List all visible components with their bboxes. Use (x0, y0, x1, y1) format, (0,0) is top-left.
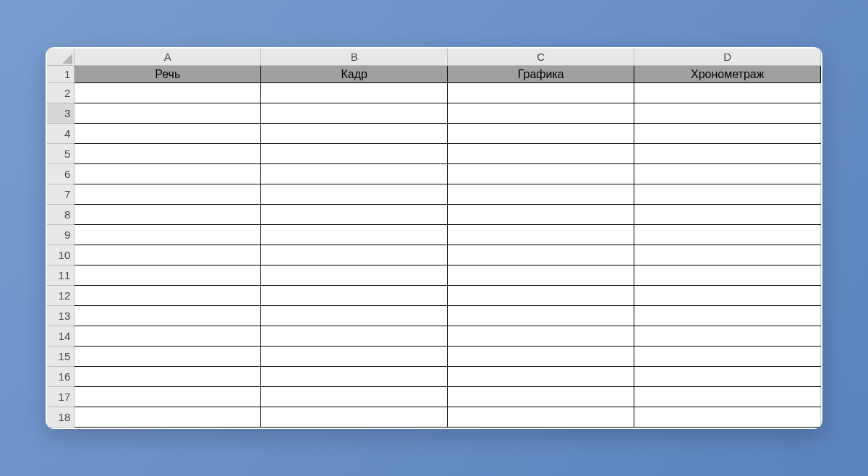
cell-D6[interactable] (634, 164, 821, 184)
cell-C5[interactable] (448, 144, 634, 164)
cell-D10[interactable] (634, 245, 821, 265)
cell-D4[interactable] (634, 124, 821, 144)
cell-C1[interactable]: Графика (448, 66, 634, 83)
cell-A4[interactable] (75, 124, 261, 144)
cell-C9[interactable] (448, 225, 634, 245)
row-header-5[interactable]: 5 (47, 144, 75, 164)
cell-B14[interactable] (261, 326, 448, 347)
cell-B16[interactable] (261, 367, 448, 387)
cell-A12[interactable] (75, 286, 261, 306)
cell-A3[interactable] (75, 103, 261, 124)
cell-B9[interactable] (261, 225, 448, 245)
row-header-9[interactable]: 9 (47, 225, 75, 245)
cell-C18[interactable] (448, 407, 634, 428)
cell-D1[interactable]: Хронометраж (634, 66, 821, 83)
cell-A8[interactable] (75, 205, 261, 225)
cell-A2[interactable] (75, 83, 261, 103)
cell-A6[interactable] (75, 164, 261, 184)
cell-A15[interactable] (75, 347, 261, 367)
cell-B15[interactable] (261, 347, 448, 367)
row-header-6[interactable]: 6 (47, 164, 75, 184)
cell-B10[interactable] (261, 245, 448, 265)
select-all-corner[interactable] (47, 48, 75, 66)
cell-C6[interactable] (448, 164, 634, 184)
row-header-12[interactable]: 12 (47, 286, 75, 306)
cell-C4[interactable] (448, 124, 634, 144)
cell-D9[interactable] (634, 225, 821, 245)
cell-D13[interactable] (634, 306, 821, 326)
row-header-16[interactable]: 16 (47, 367, 75, 387)
cell-C2[interactable] (448, 83, 634, 103)
cell-D18[interactable] (634, 407, 821, 428)
row-header-8[interactable]: 8 (47, 205, 75, 225)
row-header-13[interactable]: 13 (47, 306, 75, 326)
cell-C8[interactable] (448, 205, 634, 225)
column-header-A[interactable]: A (75, 48, 261, 66)
cell-B12[interactable] (261, 286, 448, 306)
row-header-18[interactable]: 18 (47, 407, 75, 428)
cell-B5[interactable] (261, 144, 448, 164)
column-header-D[interactable]: D (634, 48, 821, 66)
cell-C17[interactable] (448, 387, 634, 407)
cell-B4[interactable] (261, 124, 448, 144)
cell-D8[interactable] (634, 205, 821, 225)
cell-C16[interactable] (448, 367, 634, 387)
spreadsheet-container: A B C D 1 Речь Кадр Графика Хронометраж … (46, 47, 823, 430)
row-header-11[interactable]: 11 (47, 265, 75, 286)
cell-B17[interactable] (261, 387, 448, 407)
column-header-C[interactable]: C (448, 48, 634, 66)
cell-D2[interactable] (634, 83, 821, 103)
cell-C12[interactable] (448, 286, 634, 306)
cell-C10[interactable] (448, 245, 634, 265)
cell-A1[interactable]: Речь (75, 66, 261, 83)
cell-B8[interactable] (261, 205, 448, 225)
cell-D11[interactable] (634, 265, 821, 286)
cell-D7[interactable] (634, 184, 821, 205)
row-header-17[interactable]: 17 (47, 387, 75, 407)
cell-A5[interactable] (75, 144, 261, 164)
cell-B2[interactable] (261, 83, 448, 103)
cell-B1[interactable]: Кадр (261, 66, 448, 83)
cell-C14[interactable] (448, 326, 634, 347)
cell-C3[interactable] (448, 103, 634, 124)
cell-C15[interactable] (448, 347, 634, 367)
cell-A7[interactable] (75, 184, 261, 205)
cell-C11[interactable] (448, 265, 634, 286)
cell-A14[interactable] (75, 326, 261, 347)
cell-C13[interactable] (448, 306, 634, 326)
cell-D14[interactable] (634, 326, 821, 347)
cell-B11[interactable] (261, 265, 448, 286)
cell-A10[interactable] (75, 245, 261, 265)
cell-A13[interactable] (75, 306, 261, 326)
row-header-1[interactable]: 1 (47, 66, 75, 83)
column-header-B[interactable]: B (261, 48, 448, 66)
row-header-3[interactable]: 3 (47, 103, 75, 124)
row-header-14[interactable]: 14 (47, 326, 75, 347)
select-all-triangle-icon (62, 54, 72, 64)
cell-B13[interactable] (261, 306, 448, 326)
row-header-2[interactable]: 2 (47, 83, 75, 103)
cell-D15[interactable] (634, 347, 821, 367)
row-header-10[interactable]: 10 (47, 245, 75, 265)
cell-C7[interactable] (448, 184, 634, 205)
cell-A17[interactable] (75, 387, 261, 407)
cell-A16[interactable] (75, 367, 261, 387)
spreadsheet-table: A B C D 1 Речь Кадр Графика Хронометраж … (47, 48, 822, 428)
row-header-7[interactable]: 7 (47, 184, 75, 205)
row-header-15[interactable]: 15 (47, 347, 75, 367)
cell-D3[interactable] (634, 103, 821, 124)
cell-B6[interactable] (261, 164, 448, 184)
cell-D17[interactable] (634, 387, 821, 407)
cell-B7[interactable] (261, 184, 448, 205)
cell-D16[interactable] (634, 367, 821, 387)
cell-B3[interactable] (261, 103, 448, 124)
cell-A9[interactable] (75, 225, 261, 245)
cell-A18[interactable] (75, 407, 261, 428)
cell-B18[interactable] (261, 407, 448, 428)
cell-D5[interactable] (634, 144, 821, 164)
row-header-4[interactable]: 4 (47, 124, 75, 144)
cell-A11[interactable] (75, 265, 261, 286)
cell-D12[interactable] (634, 286, 821, 306)
